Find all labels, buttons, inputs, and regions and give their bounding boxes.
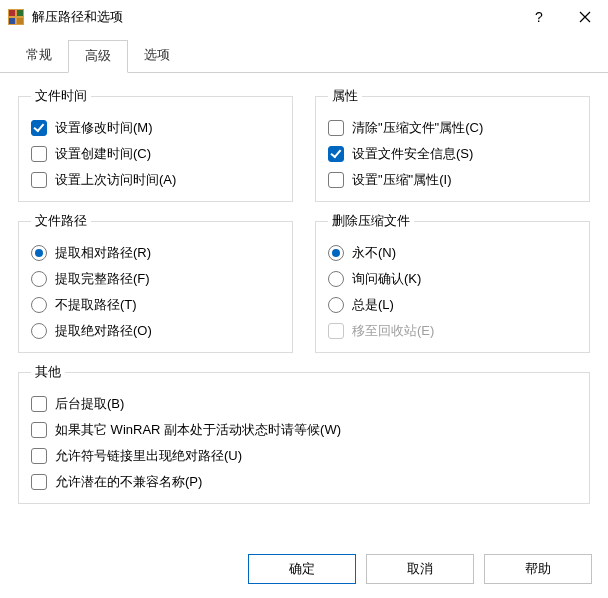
opt-label: 不提取路径(T) (55, 296, 137, 314)
window-title: 解压路径和选项 (32, 8, 123, 26)
legend-file-path: 文件路径 (31, 212, 91, 230)
checkbox-icon (31, 146, 47, 162)
tab-advanced[interactable]: 高级 (68, 40, 128, 73)
opt-label: 清除"压缩文件"属性(C) (352, 119, 483, 137)
opt-extract-relative[interactable]: 提取相对路径(R) (31, 244, 280, 262)
close-button[interactable] (562, 2, 608, 32)
group-file-time: 文件时间 设置修改时间(M) 设置创建时间(C) 设置上次访问时间(A) (18, 87, 293, 202)
opt-extract-full[interactable]: 提取完整路径(F) (31, 270, 280, 288)
checkbox-icon (31, 396, 47, 412)
opt-delete-ask[interactable]: 询问确认(K) (328, 270, 577, 288)
checkbox-icon (328, 120, 344, 136)
opt-label: 提取相对路径(R) (55, 244, 151, 262)
button-row: 确定 取消 帮助 (248, 554, 592, 584)
opt-label: 后台提取(B) (55, 395, 124, 413)
opt-label: 允许符号链接里出现绝对路径(U) (55, 447, 242, 465)
ok-button[interactable]: 确定 (248, 554, 356, 584)
legend-delete-archive: 删除压缩文件 (328, 212, 414, 230)
checkbox-icon (328, 172, 344, 188)
group-other: 其他 后台提取(B) 如果其它 WinRAR 副本处于活动状态时请等候(W) 允… (18, 363, 590, 504)
opt-allow-symlinks[interactable]: 允许符号链接里出现绝对路径(U) (31, 447, 577, 465)
checkbox-icon (31, 120, 47, 136)
opt-label: 如果其它 WinRAR 副本处于活动状态时请等候(W) (55, 421, 341, 439)
opt-label: 设置"压缩"属性(I) (352, 171, 452, 189)
svg-rect-4 (17, 18, 23, 24)
opt-delete-recycle: 移至回收站(E) (328, 322, 577, 340)
group-delete-archive: 删除压缩文件 永不(N) 询问确认(K) 总是(L) 移至回收站(E) (315, 212, 590, 353)
legend-other: 其他 (31, 363, 65, 381)
opt-no-extract[interactable]: 不提取路径(T) (31, 296, 280, 314)
opt-set-security[interactable]: 设置文件安全信息(S) (328, 145, 577, 163)
opt-set-compress[interactable]: 设置"压缩"属性(I) (328, 171, 577, 189)
opt-label: 提取完整路径(F) (55, 270, 150, 288)
opt-label: 允许潜在的不兼容名称(P) (55, 473, 202, 491)
opt-label: 设置文件安全信息(S) (352, 145, 473, 163)
tab-options[interactable]: 选项 (128, 40, 186, 72)
radio-icon (31, 271, 47, 287)
app-icon (8, 9, 24, 25)
svg-rect-1 (9, 10, 15, 16)
checkbox-icon (328, 146, 344, 162)
opt-set-access[interactable]: 设置上次访问时间(A) (31, 171, 280, 189)
opt-label: 设置修改时间(M) (55, 119, 153, 137)
checkbox-icon (31, 474, 47, 490)
checkbox-icon (31, 172, 47, 188)
opt-extract-absolute[interactable]: 提取绝对路径(O) (31, 322, 280, 340)
legend-attributes: 属性 (328, 87, 362, 105)
radio-icon (31, 245, 47, 261)
radio-icon (328, 297, 344, 313)
opt-set-modify[interactable]: 设置修改时间(M) (31, 119, 280, 137)
group-attributes: 属性 清除"压缩文件"属性(C) 设置文件安全信息(S) 设置"压缩"属性(I) (315, 87, 590, 202)
opt-label: 设置创建时间(C) (55, 145, 151, 163)
tab-general[interactable]: 常规 (10, 40, 68, 72)
opt-background[interactable]: 后台提取(B) (31, 395, 577, 413)
checkbox-icon (31, 448, 47, 464)
checkbox-icon (31, 422, 47, 438)
opt-label: 总是(L) (352, 296, 394, 314)
help-button-footer[interactable]: 帮助 (484, 554, 592, 584)
help-button[interactable]: ? (516, 2, 562, 32)
opt-delete-never[interactable]: 永不(N) (328, 244, 577, 262)
legend-file-time: 文件时间 (31, 87, 91, 105)
cancel-button[interactable]: 取消 (366, 554, 474, 584)
opt-wait-other[interactable]: 如果其它 WinRAR 副本处于活动状态时请等候(W) (31, 421, 577, 439)
content-area: 文件时间 设置修改时间(M) 设置创建时间(C) 设置上次访问时间(A) 文件路… (0, 73, 608, 522)
opt-clear-archive[interactable]: 清除"压缩文件"属性(C) (328, 119, 577, 137)
tabstrip: 常规 高级 选项 (0, 34, 608, 73)
opt-label: 永不(N) (352, 244, 396, 262)
opt-allow-incompatible[interactable]: 允许潜在的不兼容名称(P) (31, 473, 577, 491)
group-file-path: 文件路径 提取相对路径(R) 提取完整路径(F) 不提取路径(T) 提取绝对路径… (18, 212, 293, 353)
radio-icon (328, 271, 344, 287)
radio-icon (31, 297, 47, 313)
svg-rect-3 (9, 18, 15, 24)
radio-icon (328, 245, 344, 261)
opt-label: 提取绝对路径(O) (55, 322, 152, 340)
opt-set-create[interactable]: 设置创建时间(C) (31, 145, 280, 163)
opt-label: 询问确认(K) (352, 270, 421, 288)
svg-rect-2 (17, 10, 23, 16)
radio-icon (31, 323, 47, 339)
opt-label: 设置上次访问时间(A) (55, 171, 176, 189)
opt-label: 移至回收站(E) (352, 322, 434, 340)
opt-delete-always[interactable]: 总是(L) (328, 296, 577, 314)
titlebar: 解压路径和选项 ? (0, 0, 608, 34)
checkbox-icon (328, 323, 344, 339)
